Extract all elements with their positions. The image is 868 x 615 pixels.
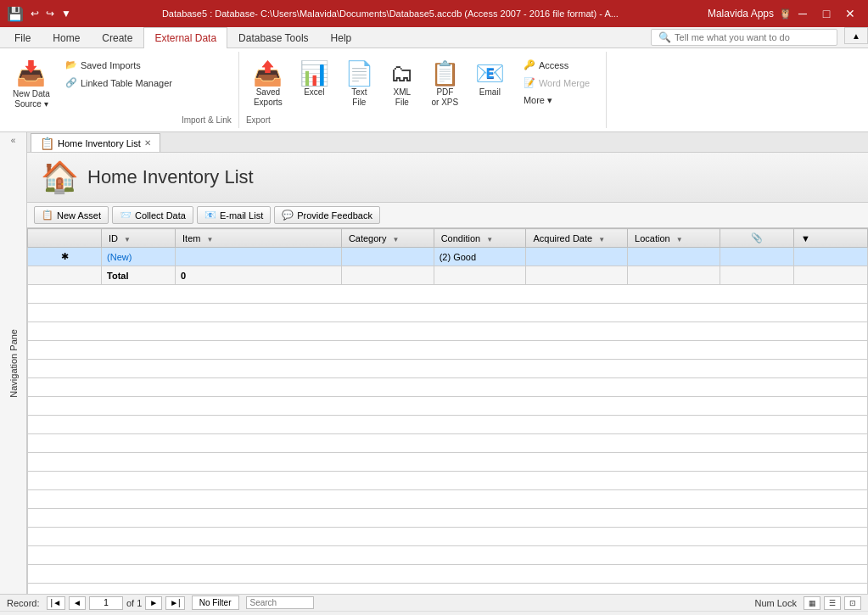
collect-data-button[interactable]: 📨 Collect Data	[112, 206, 193, 224]
tab-help[interactable]: Help	[320, 27, 363, 48]
window-controls: ─ □ ✕	[792, 3, 861, 25]
table-row	[28, 304, 868, 322]
table-row	[28, 341, 868, 360]
email-list-button[interactable]: 📧 E-mail List	[197, 206, 271, 224]
col-condition[interactable]: Condition ▼	[434, 229, 526, 248]
new-row-asterisk: ✱	[28, 248, 102, 266]
more-label: More ▾	[524, 95, 552, 106]
saved-exports-label: Saved Exports	[254, 87, 283, 108]
new-asset-button[interactable]: 📋 New Asset	[34, 206, 109, 224]
email-container: 📧 Email	[469, 55, 511, 112]
pdf-xps-button[interactable]: 📋 PDF or XPS	[424, 55, 466, 112]
pdf-xps-label: PDF or XPS	[432, 87, 459, 108]
new-row-acquired-date[interactable]	[526, 248, 628, 266]
linked-table-manager-button[interactable]: 🔗 Linked Table Manager	[59, 75, 178, 91]
tab-label: Home Inventory List	[58, 138, 141, 148]
form-view-icon[interactable]: ▦	[804, 596, 820, 610]
export-buttons-row: 📤 Saved Exports 📊 Excel 📄 Text File	[246, 55, 599, 112]
close-button[interactable]: ✕	[839, 3, 861, 25]
total-row-loc	[628, 266, 720, 285]
home-inventory-tab[interactable]: 📋 Home Inventory List ✕	[31, 133, 160, 152]
record-next-button[interactable]: ►	[145, 596, 162, 610]
excel-button[interactable]: 📊 Excel	[294, 55, 335, 101]
pdf-xps-icon: 📋	[430, 59, 460, 87]
tab-create[interactable]: Create	[91, 27, 143, 48]
new-row-location[interactable]	[628, 248, 720, 266]
condition-sort-icon: ▼	[486, 236, 493, 243]
xml-file-icon: 🗂	[390, 59, 414, 87]
ribbon-search-input[interactable]	[675, 32, 827, 42]
new-data-source-button[interactable]: 📥 New Data Source ▾	[7, 55, 56, 114]
saved-imports-button[interactable]: 📂 Saved Imports	[59, 57, 178, 73]
text-file-button[interactable]: 📄 Text File	[339, 55, 380, 112]
table-row	[28, 584, 868, 595]
extra-icon[interactable]: ▼	[801, 233, 810, 243]
text-file-label: Text File	[351, 87, 367, 108]
more-button[interactable]: More ▾	[518, 92, 596, 109]
excel-label: Excel	[304, 87, 324, 97]
new-row-condition[interactable]: (2) Good	[434, 248, 526, 266]
record-current-input[interactable]	[89, 596, 123, 610]
text-file-icon: 📄	[344, 59, 374, 87]
tab-database-tools[interactable]: Database Tools	[227, 27, 320, 48]
id-sort-icon: ▼	[124, 236, 131, 243]
minimize-button[interactable]: ─	[792, 3, 814, 25]
table-row	[28, 360, 868, 378]
quick-access-dropdown[interactable]: ▼	[59, 6, 73, 21]
saved-imports-label: Saved Imports	[81, 60, 141, 70]
new-asset-label: New Asset	[57, 210, 101, 221]
record-prev-button[interactable]: ◄	[69, 596, 86, 610]
status-bar: Record: |◄ ◄ of 1 ► ►| No Filter Num Loc…	[0, 594, 868, 611]
new-row-id[interactable]: (New)	[102, 248, 176, 266]
nav-pane-arrow: «	[11, 136, 16, 145]
record-last-button[interactable]: ►|	[165, 596, 185, 610]
col-extra[interactable]: ▼	[793, 229, 867, 248]
layout-view-icon[interactable]: ⊡	[844, 596, 861, 610]
col-acquired-date[interactable]: Acquired Date ▼	[526, 229, 628, 248]
record-label: Record:	[7, 598, 40, 608]
access-button[interactable]: 🔑 Access	[518, 57, 596, 73]
tab-home[interactable]: Home	[42, 27, 91, 48]
redo-button[interactable]: ↪	[44, 6, 56, 21]
tab-file[interactable]: File	[3, 27, 42, 48]
ribbon-collapse-button[interactable]: ▲	[844, 27, 868, 44]
navigation-pane[interactable]: « Navigation Pane	[0, 132, 27, 594]
col-location[interactable]: Location ▼	[628, 229, 720, 248]
record-search-input[interactable]	[246, 596, 314, 609]
maximize-button[interactable]: □	[815, 3, 837, 25]
content-area: 📋 Home Inventory List ✕ 🏠 Home Inventory…	[27, 132, 868, 594]
record-first-button[interactable]: |◄	[47, 596, 66, 610]
title-bar-left: 💾 ↩ ↪ ▼	[7, 6, 73, 22]
access-label: Access	[539, 60, 568, 70]
save-icon[interactable]: 💾	[7, 6, 24, 22]
undo-button[interactable]: ↩	[29, 6, 41, 21]
datasheet-view-icon[interactable]: ☰	[824, 596, 841, 610]
import-col: 📂 Saved Imports 🔗 Linked Table Manager	[56, 55, 182, 125]
export-more-col: 🔑 Access 📝 Word Merge More ▾	[514, 55, 599, 112]
saved-exports-button[interactable]: 📤 Saved Exports	[246, 55, 290, 112]
tab-external-data[interactable]: External Data	[143, 27, 227, 48]
ribbon: File Home Create External Data Database …	[0, 27, 868, 132]
col-category[interactable]: Category ▼	[341, 229, 434, 248]
record-of-label: of 1	[126, 598, 142, 608]
provide-feedback-button[interactable]: 💬 Provide Feedback	[274, 206, 380, 224]
xml-file-button[interactable]: 🗂 XML File	[384, 55, 421, 112]
total-row-date	[526, 266, 628, 285]
new-data-source-label: New Data Source ▾	[13, 89, 50, 109]
table-row-new: ✱ (New) (2) Good	[28, 248, 868, 266]
table-row	[28, 565, 868, 584]
table-row	[28, 397, 868, 416]
col-id[interactable]: ID ▼	[102, 229, 176, 248]
word-merge-button[interactable]: 📝 Word Merge	[518, 75, 596, 91]
table-row	[28, 378, 868, 397]
no-filter-button[interactable]: No Filter	[192, 595, 239, 610]
email-button[interactable]: 📧 Email	[469, 55, 511, 101]
new-row-category[interactable]	[341, 248, 434, 266]
tab-close-icon[interactable]: ✕	[144, 138, 151, 148]
new-row-attachment[interactable]	[720, 248, 793, 266]
col-item[interactable]: Item ▼	[176, 229, 342, 248]
saved-imports-icon: 📂	[65, 59, 77, 70]
window-title: Database5 : Database- C:\Users\Malavida\…	[73, 8, 708, 19]
collect-data-label: Collect Data	[135, 210, 186, 221]
new-row-item[interactable]	[176, 248, 342, 266]
